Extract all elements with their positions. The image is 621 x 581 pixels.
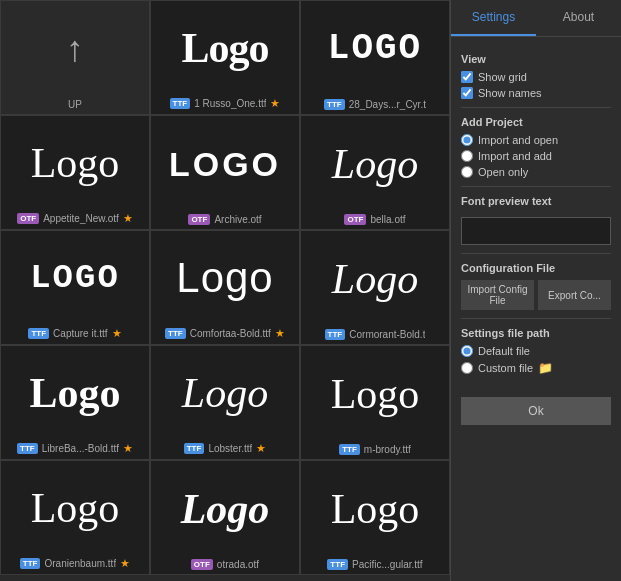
default-file-row: Default file	[461, 345, 611, 357]
font-cell-appetite[interactable]: Logo OTF Appetite_New.otf ★	[0, 115, 150, 230]
font-name-row-oranienbaum: TTF Oranienbaum.ttf ★	[1, 555, 149, 574]
font-name-row-28days: TTF 28_Days...r_Cyr.t	[301, 97, 449, 114]
badge-ttf-28days: TTF	[324, 99, 345, 110]
font-name-appetite: Appetite_New.otf	[43, 213, 119, 224]
import-open-radio[interactable]	[461, 134, 473, 146]
add-project-title: Add Project	[461, 116, 611, 128]
star-icon-librebaskerville: ★	[123, 442, 133, 455]
divider-2	[461, 186, 611, 187]
font-preview-pacific: Logo	[331, 461, 420, 557]
font-name-pacific: Pacific...gular.ttf	[352, 559, 423, 570]
show-names-row: Show names	[461, 87, 611, 99]
star-icon-appetite: ★	[123, 212, 133, 225]
font-name-row-librebaskerville: TTF LibreBa...-Bold.ttf ★	[1, 440, 149, 459]
font-name-row-appetite: OTF Appetite_New.otf ★	[1, 210, 149, 229]
font-cell-librebaskerville[interactable]: Logo TTF LibreBa...-Bold.ttf ★	[0, 345, 150, 460]
divider-4	[461, 318, 611, 319]
font-cell-28days[interactable]: LOGO TTF 28_Days...r_Cyr.t	[300, 0, 450, 115]
font-preview-text-input[interactable]	[461, 217, 611, 245]
font-cell-bella[interactable]: Logo OTF bella.otf	[300, 115, 450, 230]
show-names-label: Show names	[478, 87, 542, 99]
font-name-row-archive: OTF Archive.otf	[151, 212, 299, 229]
divider-3	[461, 253, 611, 254]
font-preview-comfortaa: Logo	[176, 231, 273, 325]
up-label-row: UP	[1, 97, 149, 114]
folder-icon[interactable]: 📁	[538, 361, 553, 375]
font-name-28days: 28_Days...r_Cyr.t	[349, 99, 426, 110]
badge-otf-bella: OTF	[344, 214, 366, 225]
badge-otf-archive: OTF	[188, 214, 210, 225]
default-file-label: Default file	[478, 345, 530, 357]
default-file-radio[interactable]	[461, 345, 473, 357]
font-cell-pacific[interactable]: Logo TTF Pacific...gular.ttf	[300, 460, 450, 575]
badge-ttf-comfortaa: TTF	[165, 328, 186, 339]
font-cell-capture[interactable]: LOGO TTF Capture it.ttf ★	[0, 230, 150, 345]
font-name-bella: bella.otf	[370, 214, 405, 225]
import-open-label: Import and open	[478, 134, 558, 146]
font-cell-oranienbaum[interactable]: Logo TTF Oranienbaum.ttf ★	[0, 460, 150, 575]
font-cell-mbrody[interactable]: Logo TTF m-brody.ttf	[300, 345, 450, 460]
star-icon-lobster: ★	[256, 442, 266, 455]
font-cell-comfortaa[interactable]: Logo TTF Comfortaa-Bold.ttf ★	[150, 230, 300, 345]
font-name-comfortaa: Comfortaa-Bold.ttf	[190, 328, 271, 339]
settings-panel: Settings About View Show grid Show names…	[450, 0, 621, 581]
font-name-capture: Capture it.ttf	[53, 328, 107, 339]
font-cell-russo[interactable]: Logo TTF 1 Russo_One.ttf ★	[150, 0, 300, 115]
settings-path-title: Settings file path	[461, 327, 611, 339]
font-preview-russo: Logo	[181, 1, 268, 95]
font-cell-cormorant[interactable]: Logo TTF Cormorant-Bold.t	[300, 230, 450, 345]
view-section-title: View	[461, 53, 611, 65]
font-preview-28days: LOGO	[328, 1, 422, 97]
config-buttons: Import Config File Export Co...	[461, 280, 611, 310]
show-grid-row: Show grid	[461, 71, 611, 83]
open-only-row: Open only	[461, 166, 611, 178]
up-button[interactable]: ↑ UP	[0, 0, 150, 115]
import-config-button[interactable]: Import Config File	[461, 280, 534, 310]
font-name-row-pacific: TTF Pacific...gular.ttf	[301, 557, 449, 574]
font-name-row-russo: TTF 1 Russo_One.ttf ★	[151, 95, 299, 114]
font-name-archive: Archive.otf	[214, 214, 261, 225]
font-name-row-lobster: TTF Lobster.ttf ★	[151, 440, 299, 459]
tab-settings[interactable]: Settings	[451, 0, 536, 36]
font-name-row-mbrody: TTF m-brody.ttf	[301, 442, 449, 459]
custom-file-row: Custom file 📁	[461, 361, 611, 375]
font-name-lobster: Lobster.ttf	[208, 443, 252, 454]
font-preview-oranienbaum: Logo	[31, 461, 120, 555]
ok-button[interactable]: Ok	[461, 397, 611, 425]
badge-ttf-russo: TTF	[170, 98, 191, 109]
font-preview-archive: LOGO	[169, 116, 281, 212]
badge-ttf-cormorant: TTF	[325, 329, 346, 340]
font-preview-cormorant: Logo	[332, 231, 418, 327]
badge-otf-appetite: OTF	[17, 213, 39, 224]
star-icon-oranienbaum: ★	[120, 557, 130, 570]
tabs-row: Settings About	[451, 0, 621, 37]
font-preview-bella: Logo	[332, 116, 418, 212]
custom-file-label: Custom file	[478, 362, 533, 374]
badge-ttf-capture: TTF	[28, 328, 49, 339]
tab-about[interactable]: About	[536, 0, 621, 36]
font-name-cormorant: Cormorant-Bold.t	[349, 329, 425, 340]
import-add-label: Import and add	[478, 150, 552, 162]
font-name-row-capture: TTF Capture it.ttf ★	[1, 325, 149, 344]
show-grid-label: Show grid	[478, 71, 527, 83]
font-cell-otrada[interactable]: Logo OTF otrada.otf	[150, 460, 300, 575]
badge-ttf-pacific: TTF	[327, 559, 348, 570]
badge-ttf-mbrody: TTF	[339, 444, 360, 455]
open-only-radio[interactable]	[461, 166, 473, 178]
export-config-button[interactable]: Export Co...	[538, 280, 611, 310]
badge-ttf-lobster: TTF	[184, 443, 205, 454]
badge-ttf-librebaskerville: TTF	[17, 443, 38, 454]
font-preview-otrada: Logo	[181, 461, 270, 557]
badge-ttf-oranienbaum: TTF	[20, 558, 41, 569]
show-grid-checkbox[interactable]	[461, 71, 473, 83]
star-icon-russo: ★	[270, 97, 280, 110]
font-cell-lobster[interactable]: Logo TTF Lobster.ttf ★	[150, 345, 300, 460]
import-add-radio[interactable]	[461, 150, 473, 162]
font-name-russo: 1 Russo_One.ttf	[194, 98, 266, 109]
font-name-oranienbaum: Oranienbaum.ttf	[44, 558, 116, 569]
font-cell-archive[interactable]: LOGO OTF Archive.otf	[150, 115, 300, 230]
show-names-checkbox[interactable]	[461, 87, 473, 99]
custom-file-radio[interactable]	[461, 362, 473, 374]
font-preview-appetite: Logo	[31, 116, 120, 210]
font-name-otrada: otrada.otf	[217, 559, 259, 570]
